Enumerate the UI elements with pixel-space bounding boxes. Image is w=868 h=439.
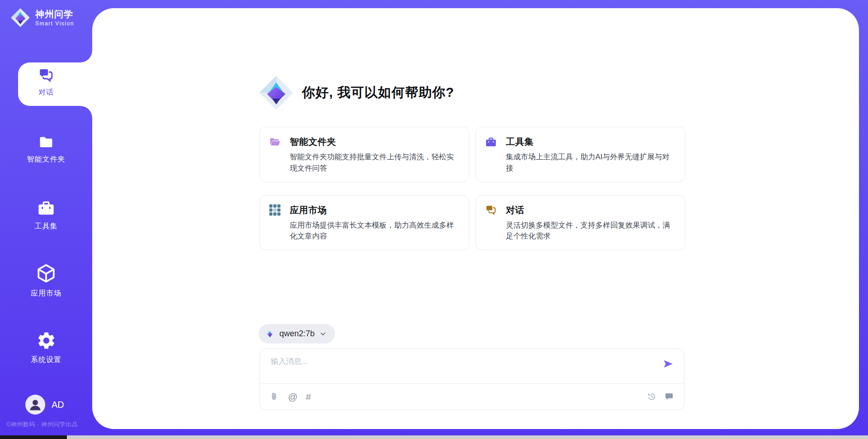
message-input[interactable] [270, 355, 656, 382]
app-root: 神州问学 Smart Vision 对话 智能文件夹 [0, 0, 868, 439]
brand-name: 神州问学 [35, 9, 74, 19]
brand-text: 神州问学 Smart Vision [35, 9, 74, 27]
at-icon[interactable]: @ [288, 392, 297, 401]
user-initials: AD [52, 400, 64, 410]
gear-icon [36, 330, 57, 351]
card-title: 智能文件夹 [290, 136, 336, 148]
card-smart-folder[interactable]: 智能文件夹 智能文件夹功能支持批量文件上传与清洗，轻松实现文件问答 [259, 127, 469, 182]
sidebar-item-toolkit[interactable]: 工具集 [0, 199, 92, 231]
sidebar-item-app-market[interactable]: 应用市场 [0, 262, 92, 298]
brand-subtitle: Smart Vision [35, 20, 74, 27]
card-title: 工具集 [506, 136, 534, 148]
model-selector[interactable]: qwen2:7b [259, 324, 335, 344]
horizontal-scrollbar[interactable] [0, 435, 868, 439]
cube-icon [35, 262, 57, 284]
sidebar-item-label: 工具集 [35, 222, 58, 231]
card-description: 应用市场提供丰富长文本模板，助力高效生成多样化文章内容 [290, 220, 460, 242]
folder-icon [38, 134, 54, 150]
sidebar-item-label: 对话 [38, 88, 54, 97]
sidebar-item-label: 系统设置 [31, 355, 61, 365]
paperclip-icon[interactable] [270, 392, 280, 402]
card-chat[interactable]: 对话 灵活切换多模型文件，支持多样回复效果调试，满足个性化需求 [476, 195, 685, 251]
scrollbar-corner [0, 435, 67, 439]
chat-icon [485, 204, 497, 216]
brand-diamond-logo-icon [10, 7, 31, 28]
user-profile[interactable]: AD [25, 395, 64, 415]
avatar [25, 395, 45, 415]
sidebar-item-label: 应用市场 [31, 289, 61, 298]
composer-toolbar: @ # [260, 383, 684, 410]
card-description: 集成市场上主流工具，助力AI与外界无缝扩展与对接 [506, 151, 676, 174]
card-app-market[interactable]: 应用市场 应用市场提供丰富长文本模板，助力高效生成多样化文章内容 [259, 195, 469, 251]
card-toolkit[interactable]: 工具集 集成市场上主流工具，助力AI与外界无缝扩展与对接 [476, 127, 685, 182]
composer: @ # [259, 348, 684, 410]
folder-open-icon [269, 136, 281, 148]
history-icon[interactable] [647, 392, 656, 401]
briefcase-icon [37, 199, 55, 217]
greeting: 你好, 我可以如何帮助你? [258, 74, 454, 111]
chevron-down-icon [319, 330, 327, 338]
hash-icon[interactable]: # [306, 392, 311, 401]
sidebar-footer: ©神州数码 · 神州问学出品 [6, 420, 92, 429]
card-description: 智能文件夹功能支持批量文件上传与清洗，轻松实现文件问答 [290, 151, 460, 174]
feature-cards: 智能文件夹 智能文件夹功能支持批量文件上传与清洗，轻松实现文件问答 工具集 集成… [259, 127, 685, 250]
chat-bubble-icon[interactable] [665, 392, 674, 401]
diamond-logo-icon [265, 329, 275, 339]
card-title: 应用市场 [290, 204, 327, 216]
chat-icon [38, 67, 54, 83]
sidebar-item-smart-folder[interactable]: 智能文件夹 [0, 134, 92, 164]
grid-icon [269, 204, 281, 216]
model-name: qwen2:7b [279, 329, 315, 339]
sidebar: 神州问学 Smart Vision 对话 智能文件夹 [0, 0, 92, 439]
brand: 神州问学 Smart Vision [10, 7, 74, 28]
greeting-title: 你好, 我可以如何帮助你? [302, 84, 454, 102]
card-description: 灵活切换多模型文件，支持多样回复效果调试，满足个性化需求 [506, 220, 676, 242]
sidebar-item-settings[interactable]: 系统设置 [0, 330, 92, 365]
send-icon[interactable] [662, 358, 674, 370]
briefcase-icon [485, 136, 497, 148]
sidebar-item-chat[interactable]: 对话 [0, 67, 92, 97]
greeting-diamond-logo-icon [258, 74, 295, 111]
card-title: 对话 [506, 204, 524, 216]
sidebar-item-label: 智能文件夹 [27, 155, 66, 164]
